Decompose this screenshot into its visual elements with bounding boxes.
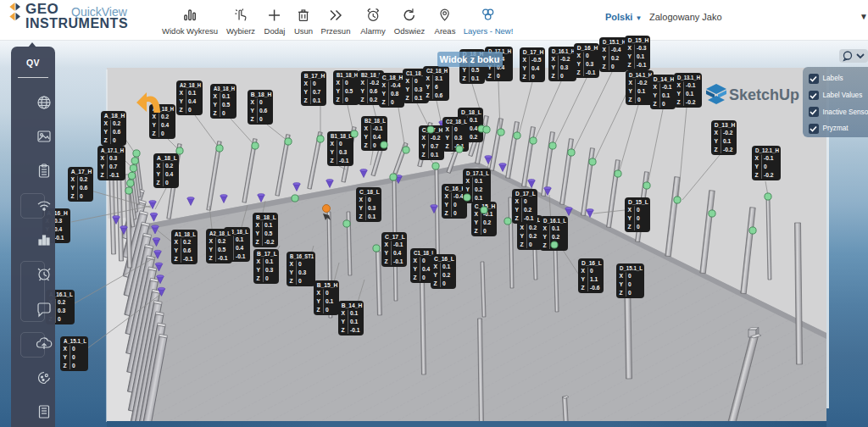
svg-text:X: X [64, 346, 68, 352]
svg-text:Z: Z [677, 99, 681, 105]
svg-text:X: X [304, 80, 309, 86]
svg-text:Y: Y [446, 135, 450, 141]
svg-text:0: 0 [373, 142, 376, 148]
svg-text:B_16_ST1: B_16_ST1 [290, 253, 314, 259]
svg-text:X: X [581, 268, 586, 274]
svg-text:0.5: 0.5 [345, 88, 353, 94]
svg-text:X: X [628, 207, 632, 213]
svg-text:X: X [629, 80, 633, 86]
svg-text:0.4: 0.4 [161, 122, 170, 128]
svg-text:0.2: 0.2 [470, 134, 478, 140]
svg-text:A_18_L: A_18_L [157, 155, 177, 161]
svg-text:0: 0 [662, 101, 665, 107]
svg-text:X: X [466, 178, 470, 184]
svg-text:0.2: 0.2 [218, 238, 226, 244]
svg-text:Z: Z [515, 215, 519, 221]
svg-text:C_16_H: C_16_H [445, 186, 466, 191]
svg-text:Z: Z [251, 116, 254, 122]
svg-text:D_17.1_L: D_17.1_L [466, 170, 489, 176]
svg-text:Y: Y [466, 186, 470, 192]
svg-text:0.1: 0.1 [236, 236, 244, 242]
svg-text:0: 0 [72, 346, 75, 352]
svg-text:0: 0 [442, 280, 446, 286]
svg-text:X: X [361, 80, 365, 86]
svg-text:X: X [209, 238, 214, 244]
svg-text:0: 0 [345, 97, 348, 103]
svg-text:0.3: 0.3 [368, 205, 376, 211]
svg-text:-0.4: -0.4 [611, 47, 621, 53]
svg-text:-0.1: -0.1 [686, 82, 696, 88]
svg-text:X: X [180, 90, 184, 96]
svg-text:0.1: 0.1 [662, 92, 670, 98]
svg-text:Z: Z [361, 97, 364, 103]
svg-text:0.4: 0.4 [393, 250, 402, 256]
svg-text:-0.1: -0.1 [350, 327, 360, 333]
svg-text:-0.6: -0.6 [590, 285, 600, 291]
svg-text:A_17_H: A_17_H [71, 169, 92, 175]
svg-text:0.1: 0.1 [188, 90, 197, 96]
svg-text:0.3: 0.3 [454, 135, 463, 141]
svg-text:0.1: 0.1 [552, 225, 560, 231]
svg-text:Y: Y [475, 219, 479, 225]
svg-text:Y: Y [364, 134, 369, 140]
svg-text:0.4: 0.4 [373, 134, 381, 140]
svg-text:SketchUp: SketchUp [729, 86, 799, 103]
svg-text:Y: Y [290, 269, 294, 275]
svg-text:0.6: 0.6 [435, 92, 443, 98]
svg-text:0.1: 0.1 [442, 263, 451, 269]
svg-text:X: X [620, 273, 624, 279]
svg-text:X: X [475, 211, 479, 217]
svg-text:0.1: 0.1 [686, 91, 694, 97]
svg-text:0: 0 [259, 99, 263, 105]
svg-text:-0.2: -0.2 [764, 172, 774, 178]
svg-text:Y: Y [434, 272, 438, 278]
svg-text:Y: Y [629, 88, 633, 94]
svg-text:-0.1: -0.1 [236, 253, 246, 259]
svg-text:X: X [175, 239, 179, 245]
svg-text:0.5: 0.5 [471, 67, 480, 73]
svg-text:0.7: 0.7 [313, 89, 321, 95]
svg-text:Y: Y [337, 88, 341, 94]
svg-text:Z: Z [523, 74, 526, 80]
svg-text:Z: Z [256, 239, 259, 245]
svg-text:Z: Z [364, 142, 368, 148]
svg-text:X: X [101, 155, 105, 161]
svg-text:X: X [256, 222, 260, 228]
svg-text:0.2: 0.2 [370, 97, 378, 103]
svg-text:0: 0 [422, 258, 426, 263]
svg-text:0: 0 [298, 261, 302, 267]
svg-text:Z: Z [475, 228, 478, 234]
svg-text:0.1: 0.1 [350, 319, 359, 324]
svg-text:-0.2: -0.2 [370, 80, 380, 86]
svg-text:Y: Y [385, 250, 389, 256]
svg-text:Y: Y [175, 247, 179, 253]
svg-text:Z: Z [543, 242, 547, 248]
svg-text:Z: Z [629, 97, 632, 103]
svg-text:0: 0 [326, 307, 329, 313]
svg-text:0: 0 [628, 273, 632, 279]
svg-text:D_14.1_H: D_14.1_H [629, 72, 652, 78]
svg-text:Z: Z [385, 258, 388, 264]
svg-text:0.8: 0.8 [391, 91, 399, 97]
svg-text:Z: Z [488, 73, 492, 79]
svg-text:0.1: 0.1 [265, 258, 274, 264]
svg-text:-0.2: -0.2 [723, 130, 733, 136]
svg-text:B_14_H: B_14_H [342, 302, 363, 308]
svg-text:Y: Y [71, 185, 75, 191]
svg-text:C_18_L: C_18_L [359, 189, 380, 195]
svg-text:0.3: 0.3 [560, 64, 569, 70]
svg-text:Y: Y [628, 215, 632, 221]
svg-text:0: 0 [637, 224, 640, 230]
svg-text:0.1: 0.1 [723, 138, 732, 144]
svg-text:-0.1: -0.1 [339, 158, 349, 164]
svg-text:0: 0 [453, 202, 457, 208]
svg-text:X: X [414, 258, 418, 263]
svg-text:0.3: 0.3 [586, 61, 594, 67]
svg-text:0: 0 [339, 141, 342, 147]
svg-text:Z: Z [180, 107, 183, 113]
svg-text:-0.5: -0.5 [531, 57, 542, 63]
svg-text:X: X [577, 53, 581, 58]
svg-text:B_17_L: B_17_L [257, 251, 277, 257]
svg-text:Y: Y [256, 230, 260, 236]
svg-text:Y: Y [523, 65, 527, 71]
